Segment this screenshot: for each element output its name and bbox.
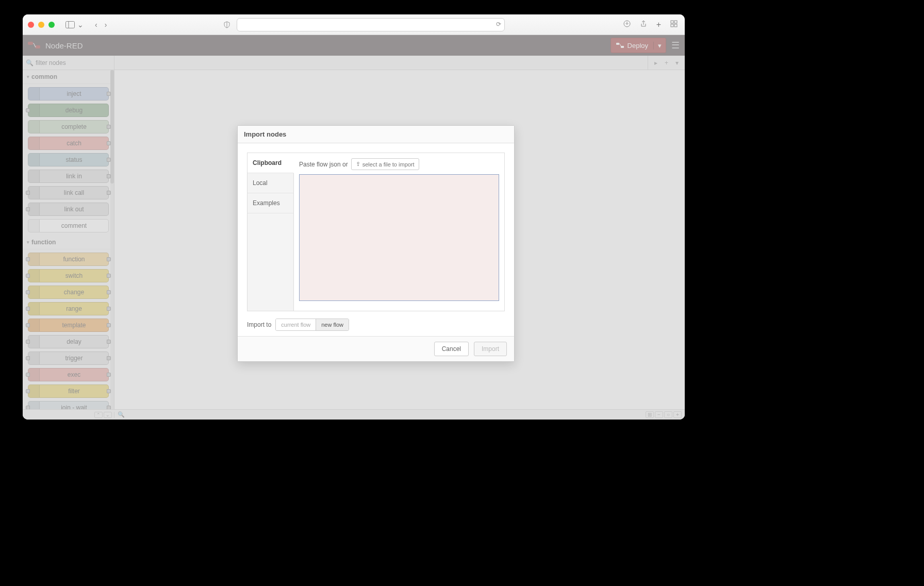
- import-target-current[interactable]: current flow: [276, 319, 316, 330]
- port-in: [26, 108, 30, 112]
- palette-node-link-in[interactable]: link in: [28, 170, 109, 183]
- palette-filter-input[interactable]: [36, 59, 111, 66]
- palette-scrollbar[interactable]: [110, 70, 114, 409]
- palette-expand-icon[interactable]: ⌄: [104, 412, 112, 418]
- palette-node-change[interactable]: change: [28, 286, 109, 299]
- palette-node-debug[interactable]: debug: [28, 104, 109, 117]
- deploy-label: Deploy: [628, 42, 648, 49]
- new-tab-icon[interactable]: +: [656, 20, 661, 29]
- tab-clipboard[interactable]: Clipboard: [248, 153, 294, 173]
- palette-node-filter[interactable]: filter: [28, 384, 109, 398]
- port-out: [107, 158, 111, 162]
- zoom-icon[interactable]: [48, 22, 55, 28]
- port-out: [107, 356, 111, 360]
- port-in: [26, 274, 30, 278]
- select-file-label: select a file to import: [362, 161, 415, 168]
- palette-category-common[interactable]: ▾common: [23, 70, 114, 84]
- palette-node-exec[interactable]: exec: [28, 368, 109, 381]
- port-out: [107, 290, 111, 294]
- port-out: [107, 406, 111, 409]
- palette-node-link-out[interactable]: link out: [28, 203, 109, 216]
- tab-menu-icon[interactable]: ▾: [673, 59, 681, 66]
- port-out: [107, 274, 111, 278]
- palette-node-range[interactable]: range: [28, 302, 109, 315]
- deploy-button[interactable]: Deploy ▾: [610, 38, 666, 53]
- add-tab-icon[interactable]: +: [663, 59, 670, 66]
- palette-node-join---wait[interactable]: join - wait: [28, 401, 109, 409]
- chevron-down-icon: ▾: [27, 74, 29, 79]
- close-icon[interactable]: [28, 22, 34, 28]
- port-out: [107, 257, 111, 261]
- port-in: [26, 406, 30, 409]
- upload-icon: ⇪: [356, 161, 360, 168]
- shield-icon[interactable]: [223, 21, 230, 28]
- traffic-lights: [28, 22, 55, 28]
- filter-row: 🔍 ▸ + ▾: [23, 56, 685, 70]
- zoom-out-icon[interactable]: −: [655, 411, 663, 418]
- import-button[interactable]: Import: [474, 342, 507, 356]
- port-out: [107, 191, 111, 195]
- deploy-menu-arrow[interactable]: ▾: [654, 42, 666, 49]
- share-icon[interactable]: [640, 20, 647, 29]
- palette-node-status[interactable]: status: [28, 153, 109, 166]
- port-out: [107, 340, 111, 344]
- cancel-button[interactable]: Cancel: [434, 342, 469, 356]
- svg-rect-0: [66, 21, 75, 28]
- tab-overview-icon[interactable]: [670, 20, 678, 29]
- svg-rect-7: [674, 24, 677, 27]
- canvas-search-icon[interactable]: 🔍: [114, 411, 128, 418]
- palette-node-switch[interactable]: switch: [28, 269, 109, 282]
- palette-node-link-call[interactable]: link call: [28, 186, 109, 199]
- tab-examples[interactable]: Examples: [248, 193, 293, 213]
- zoom-in-icon[interactable]: +: [673, 411, 682, 418]
- port-out: [107, 92, 111, 96]
- palette-collapse-icon[interactable]: ⌃: [94, 412, 103, 418]
- import-json-textarea[interactable]: [299, 174, 499, 301]
- dialog-title: Import nodes: [238, 126, 514, 143]
- palette-node-complete[interactable]: complete: [28, 120, 109, 133]
- chevron-down-icon[interactable]: ⌄: [77, 21, 84, 29]
- tab-local[interactable]: Local: [248, 173, 293, 193]
- zoom-reset-icon[interactable]: ○: [664, 411, 672, 418]
- fn-icon: [28, 253, 40, 265]
- navigator-icon[interactable]: ⊞: [646, 411, 654, 418]
- port-in: [26, 290, 30, 294]
- palette-node-comment[interactable]: comment: [28, 219, 109, 232]
- download-icon[interactable]: [623, 20, 631, 29]
- link-icon: [28, 170, 40, 182]
- import-to-label: Import to: [247, 321, 271, 328]
- address-bar[interactable]: ⟳: [237, 18, 505, 31]
- port-out: [107, 174, 111, 178]
- brace-icon: [28, 319, 40, 331]
- palette-filter[interactable]: 🔍: [23, 56, 114, 70]
- mac-titlebar: ⌄ ‹ › ⟳ +: [23, 14, 685, 35]
- svg-rect-10: [616, 43, 619, 45]
- port-in: [26, 340, 30, 344]
- menu-icon[interactable]: ☰: [671, 40, 680, 51]
- filter-icon: [28, 385, 40, 397]
- import-target-new[interactable]: new flow: [316, 319, 349, 330]
- sidebar-toggle-icon[interactable]: [64, 21, 76, 28]
- reload-icon[interactable]: ⟳: [496, 21, 501, 28]
- port-in: [26, 307, 30, 311]
- palette-node-catch[interactable]: catch: [28, 137, 109, 150]
- app-header: Node-RED Deploy ▾ ☰: [23, 35, 685, 56]
- tab-list-icon[interactable]: ▸: [652, 59, 659, 66]
- palette-category-function[interactable]: ▾function: [23, 236, 114, 249]
- palette-node-delay[interactable]: delay: [28, 335, 109, 348]
- port-out: [107, 323, 111, 327]
- back-icon[interactable]: ‹: [95, 21, 97, 29]
- port-in: [26, 191, 30, 195]
- pulse-icon: [28, 154, 40, 166]
- chevron-down-icon: ▾: [27, 240, 29, 245]
- clock-icon: [28, 401, 40, 409]
- bubble-icon: [28, 220, 40, 232]
- minimize-icon[interactable]: [38, 22, 44, 28]
- select-file-button[interactable]: ⇪ select a file to import: [351, 158, 419, 170]
- palette-node-inject[interactable]: inject: [28, 87, 109, 101]
- import-dialog: Import nodes Clipboard Local Examples Pa…: [237, 125, 515, 362]
- palette-node-function[interactable]: function: [28, 253, 109, 266]
- range-icon: [28, 303, 40, 315]
- palette-node-template[interactable]: template: [28, 319, 109, 332]
- palette-node-trigger[interactable]: trigger: [28, 351, 109, 365]
